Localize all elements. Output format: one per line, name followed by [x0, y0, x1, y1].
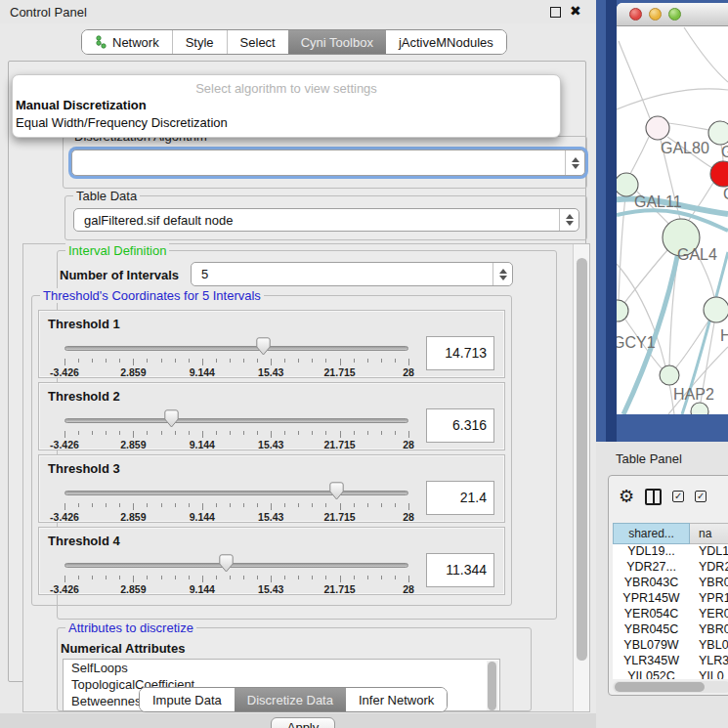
tab-network[interactable]: Network	[82, 30, 172, 54]
checkbox-icon[interactable]: ✓	[695, 491, 707, 502]
tab-cyni-toolbox[interactable]: Cyni Toolbox	[288, 30, 386, 54]
tab-label: Infer Network	[359, 693, 434, 707]
combo-value: galFiltered.sif default node	[74, 213, 559, 228]
tab-select[interactable]: Select	[227, 30, 288, 54]
columns-icon[interactable]	[645, 489, 662, 505]
slider-handle[interactable]	[164, 409, 179, 428]
table-cell[interactable]: YER0	[690, 607, 728, 622]
algorithm-dropdown-popup: Select algorithm to view settings Manual…	[12, 74, 561, 138]
apply-button[interactable]: Apply	[271, 717, 335, 728]
number-of-intervals-combobox[interactable]: 5	[191, 262, 513, 286]
slider-track[interactable]	[64, 418, 408, 423]
table-cell[interactable]: YDR27...	[613, 560, 690, 576]
table-data-combobox[interactable]: galFiltered.sif default node	[73, 208, 579, 232]
table-panel-window: ⚙ ✓ ✓ shared... na YDL19...YDL1YDR27...Y…	[608, 475, 728, 696]
table-cell[interactable]: YPR1	[690, 591, 728, 607]
node-g[interactable]	[708, 121, 728, 145]
slider-track[interactable]	[64, 346, 408, 351]
scrollbar-thumb[interactable]	[615, 682, 705, 692]
table-cell[interactable]: YBR043C	[613, 576, 690, 591]
table-panel: Table Panel ⚙ ✓ ✓ shared... na YDL19...Y…	[596, 442, 728, 728]
minimize-traffic-light-icon[interactable]	[649, 8, 662, 21]
column-header-shared-name[interactable]: shared...	[613, 523, 690, 544]
tab-label: jActiveMNodules	[399, 35, 493, 50]
zoom-traffic-light-icon[interactable]	[668, 8, 681, 21]
node-bottom[interactable]	[691, 403, 708, 414]
table-cell[interactable]: YDR2	[690, 560, 728, 576]
table-row[interactable]: YBR043CYBR0	[613, 576, 728, 591]
slider-ticks	[64, 503, 409, 511]
threshold-value-field[interactable]: 21.4	[426, 481, 494, 515]
table-cell[interactable]: YBL079W	[613, 638, 690, 654]
node-label: C	[723, 186, 728, 202]
checkbox-icon[interactable]: ✓	[672, 491, 684, 502]
column-header-name[interactable]: na	[690, 523, 728, 544]
slider-ticks	[64, 431, 409, 439]
threshold-panel: Threshold 2 -3.4262.8599.14415.4321.7152…	[38, 382, 505, 450]
table-body: YDL19...YDL1YDR27...YDR2YBR043CYBR0YPR14…	[613, 544, 728, 679]
table-cell[interactable]: YLR345W	[613, 654, 690, 669]
algorithm-combobox[interactable]	[71, 150, 585, 176]
table-hscrollbar[interactable]	[613, 681, 728, 693]
slider-handle[interactable]	[219, 554, 234, 573]
table-row[interactable]: YBR045CYBR0	[613, 622, 728, 638]
settings-scrollbar[interactable]	[573, 244, 589, 711]
tab-jactivemnodules[interactable]: jActiveMNodules	[386, 30, 506, 54]
popup-option-equal-width-frequency[interactable]: Equal Width/Frequency Discretization	[16, 115, 228, 130]
tab-label: Impute Data	[152, 693, 222, 707]
slider-handle[interactable]	[256, 337, 271, 356]
table-cell[interactable]: YER054C	[613, 607, 690, 622]
slider-track[interactable]	[64, 491, 408, 495]
table-cell[interactable]: YBR0	[690, 622, 728, 638]
table-cell[interactable]: YBL0	[690, 638, 728, 654]
node-label: GCY1	[617, 334, 656, 351]
settings-viewport: Interval Definition Number of Intervals …	[22, 243, 590, 712]
tab-discretize-data[interactable]: Discretize Data	[235, 688, 346, 711]
scrollbar-thumb[interactable]	[577, 258, 587, 661]
close-traffic-light-icon[interactable]	[629, 8, 642, 21]
tab-impute-data[interactable]: Impute Data	[140, 688, 235, 711]
control-panel: Control Panel ✖ Network Style Select Cyn…	[0, 0, 596, 713]
tab-label: Network	[112, 35, 159, 50]
scrollbar-thumb[interactable]	[488, 662, 496, 710]
network-canvas[interactable]: GAL80 G C GAL11 GAL4 GCY1 H HAP2	[617, 26, 728, 414]
threshold-value-field[interactable]: 11.344	[426, 553, 494, 587]
list-scrollbar[interactable]	[487, 661, 498, 711]
combo-arrows-icon	[559, 209, 578, 231]
tab-infer-network[interactable]: Infer Network	[346, 688, 447, 711]
threshold-value-field[interactable]: 14.713	[426, 336, 494, 370]
table-row[interactable]: YPR145WYPR1	[613, 591, 728, 607]
popup-option-manual-discretization[interactable]: Manual Discretization	[16, 98, 147, 112]
table-row[interactable]: YLR345WYLR3	[613, 654, 728, 669]
group-title: Attributes to discretize	[65, 621, 196, 635]
slider-track[interactable]	[64, 563, 408, 568]
table-cell[interactable]: YPR145W	[613, 591, 690, 607]
node-h[interactable]	[704, 297, 728, 322]
network-window-titlebar[interactable]	[617, 3, 728, 26]
table-row[interactable]: YDR27...YDR2	[613, 560, 728, 576]
node-gcy1[interactable]	[617, 300, 628, 321]
table-cell[interactable]: YIL0	[690, 669, 728, 679]
table-row[interactable]: YIL052CYIL0	[613, 669, 728, 679]
threshold-panel: Threshold 3 -3.4262.8599.14415.4321.7152…	[38, 454, 505, 523]
table-cell[interactable]: YIL052C	[613, 669, 690, 679]
float-window-icon[interactable]	[550, 7, 561, 18]
close-icon[interactable]: ✖	[570, 3, 581, 19]
threshold-value-field[interactable]: 6.316	[426, 408, 494, 443]
combo-arrows-icon	[492, 263, 512, 285]
list-item[interactable]: SelfLoops	[64, 660, 499, 676]
node-hap2[interactable]	[660, 365, 679, 385]
table-row[interactable]: YER054CYER0	[613, 607, 728, 622]
table-row[interactable]: YDL19...YDL1	[613, 544, 728, 560]
table-cell[interactable]: YDL19...	[613, 544, 690, 560]
gear-icon[interactable]: ⚙	[619, 488, 634, 505]
node-gal80[interactable]	[646, 116, 669, 140]
table-cell[interactable]: YBR045C	[613, 622, 690, 638]
table-cell[interactable]: YBR0	[690, 576, 728, 591]
table-cell[interactable]: YDL1	[690, 544, 728, 560]
tab-style[interactable]: Style	[172, 30, 227, 54]
threshold-label: Threshold 1	[48, 317, 120, 331]
table-cell[interactable]: YLR3	[690, 654, 728, 669]
slider-handle[interactable]	[329, 482, 344, 500]
table-row[interactable]: YBL079WYBL0	[613, 638, 728, 654]
